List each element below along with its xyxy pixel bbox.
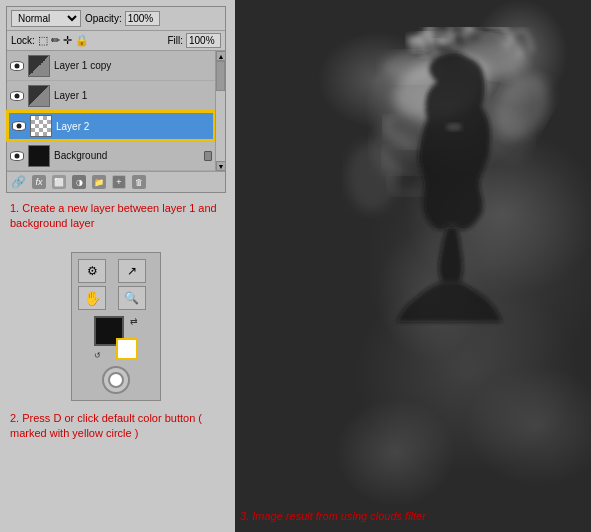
tools-box: ⚙ ↗ ✋ 🔍 ⇄ ↺ [71,252,161,401]
quick-mask-button[interactable] [102,366,130,394]
poly-lasso-tool[interactable]: ↗ [118,259,146,283]
delete-layer-button[interactable]: 🗑 [132,175,146,189]
svg-point-6 [347,142,397,212]
thumb-layer-bg [28,145,50,167]
color-swatches-area: ⇄ ↺ [78,313,154,363]
svg-point-4 [446,123,462,131]
layer-lock-icon [204,151,212,161]
left-panel: Normal Multiply Screen Opacity: Lock: ⬚ … [0,0,235,532]
caption-3-text: 3. Image result from using clouds filter [240,509,426,524]
blend-mode-select[interactable]: Normal Multiply Screen [11,10,81,27]
lock-transparent-icon[interactable]: ⬚ [38,34,48,47]
instruction-1: 1. Create a new layer between layer 1 an… [6,201,226,232]
scroll-thumb[interactable] [216,61,225,91]
fill-label: Fill: [167,35,183,46]
reset-colors-icon[interactable]: ↺ [94,351,101,360]
link-layers-icon[interactable]: 🔗 [11,175,26,189]
opacity-label: Opacity: [85,13,122,24]
layers-content-row: Layer 1 copy Layer 1 Layer 2 [7,51,225,171]
layer-item-1[interactable]: Layer 1 [7,81,215,111]
opacity-input[interactable] [125,11,160,26]
layers-scrollbar[interactable]: ▲ ▼ [215,51,225,171]
lock-brush-icon[interactable]: ✏ [51,34,60,47]
svg-point-7 [492,112,532,162]
adjustment-button[interactable]: ◑ [72,175,86,189]
layer-name-copy: Layer 1 copy [54,60,111,71]
scroll-down-arrow[interactable]: ▼ [216,161,226,171]
instruction-2-text: 2. Press D or click default color button… [10,411,222,442]
fill-input[interactable] [186,33,221,48]
thumb-layer-1 [28,85,50,107]
instruction-2: 2. Press D or click default color button… [6,411,226,442]
fill-row: Fill: [167,33,221,48]
layer-name-1: Layer 1 [54,90,87,101]
eye-icon-copy[interactable] [10,61,24,71]
lock-move-icon[interactable]: ✛ [63,34,72,47]
lock-all-icon[interactable]: 🔒 [75,34,89,47]
thumb-layer-copy [28,55,50,77]
layer-item-copy[interactable]: Layer 1 copy [7,51,215,81]
layers-bottom-bar: 🔗 fx ⬜ ◑ 📁 + 🗑 [7,171,225,192]
color-swatches: ⇄ ↺ [94,316,138,360]
zoom-tool[interactable]: 🔍 [118,286,146,310]
hand-tool[interactable]: ✋ [78,286,106,310]
layer-name-bg: Background [54,150,107,161]
right-panel: 3. Image result from using clouds filter [235,0,591,532]
quick-mask-row [78,366,154,394]
eye-icon-1[interactable] [10,91,24,101]
scroll-up-arrow[interactable]: ▲ [216,51,226,61]
group-button[interactable]: 📁 [92,175,106,189]
background-color-swatch[interactable] [116,338,138,360]
opacity-row: Opacity: [85,11,160,26]
caption-3: 3. Image result from using clouds filter [240,509,426,524]
instruction-1-text: 1. Create a new layer between layer 1 an… [10,201,222,232]
face-silhouette [342,27,562,427]
eye-icon-bg[interactable] [10,151,24,161]
lock-label: Lock: [11,35,35,46]
layer-item-2[interactable]: Layer 2 [7,111,215,141]
eye-icon-2[interactable] [12,121,26,131]
fx-button[interactable]: fx [32,175,46,189]
tools-panel: ⚙ ↗ ✋ 🔍 ⇄ ↺ [6,252,226,401]
swap-colors-icon[interactable]: ⇄ [130,316,138,326]
thumb-layer-2 [30,115,52,137]
layers-content: Layer 1 copy Layer 1 Layer 2 [7,51,215,171]
layers-top-bar: Normal Multiply Screen Opacity: [7,7,225,31]
layer-item-bg[interactable]: Background [7,141,215,171]
layer-name-2: Layer 2 [56,121,89,132]
mask-button[interactable]: ⬜ [52,175,66,189]
lasso-tool[interactable]: ⚙ [78,259,106,283]
lock-icons: Lock: ⬚ ✏ ✛ 🔒 [11,34,89,47]
new-layer-button[interactable]: + [112,175,126,189]
scroll-track [216,61,225,161]
layers-panel: Normal Multiply Screen Opacity: Lock: ⬚ … [6,6,226,193]
layers-lock-row: Lock: ⬚ ✏ ✛ 🔒 Fill: [7,31,225,51]
mask-inner [108,372,124,388]
